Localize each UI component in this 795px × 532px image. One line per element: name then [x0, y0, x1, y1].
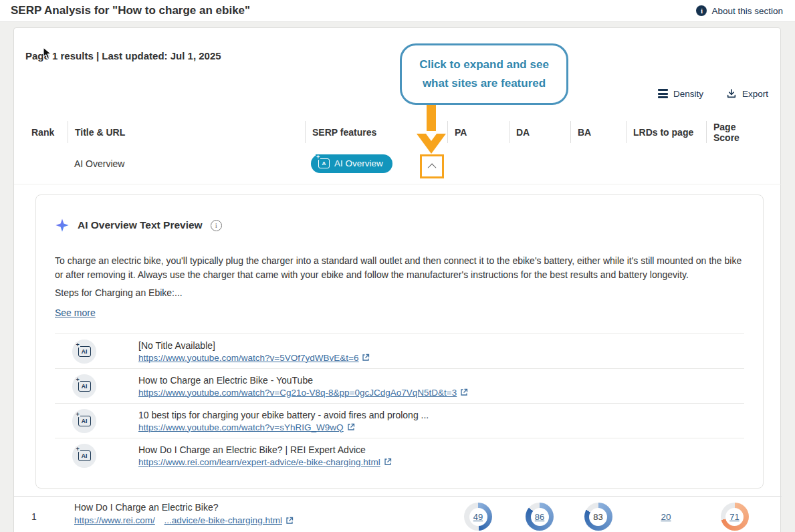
ai-overview-paragraph: To charge an electric bike, you'll typic… [55, 254, 744, 282]
about-this-section-link[interactable]: i About this section [696, 5, 783, 16]
da-value: 86 [535, 512, 544, 522]
annotation-highlight-box [420, 154, 444, 178]
info-filled-icon: i [696, 5, 707, 16]
ai-source-icon: AI [72, 340, 96, 364]
external-link-icon [460, 388, 468, 396]
rank-value: 1 [31, 511, 37, 522]
col-header-page-score: Page Score [706, 121, 763, 143]
lrds-metric: 20 [626, 503, 706, 531]
table-toolbar: Density Export [658, 88, 768, 99]
external-link-icon [362, 354, 370, 362]
list-item: AI How to Charge an Electric Bike - YouT… [55, 368, 744, 403]
density-button[interactable]: Density [658, 89, 703, 99]
download-icon [726, 88, 737, 99]
site-url-link[interactable]: https://www.youtube.com/watch?v=Cg21o-V8… [138, 388, 468, 398]
ai-overview-badge[interactable]: A AI Overview [311, 154, 392, 173]
density-icon [658, 89, 668, 98]
col-header-pa: PA [447, 121, 509, 143]
external-link-icon [384, 458, 392, 466]
list-item: AI How Do I Charge an Electric Bike? | R… [55, 438, 744, 473]
site-title: [No Title Available] [138, 340, 370, 351]
site-title: How to Charge an Electric Bike - YouTube [138, 375, 468, 386]
col-header-rank: Rank [14, 121, 68, 143]
annotation-arrow-notch [424, 131, 439, 141]
site-url-link[interactable]: https://www.rei.com/learn/expert-advice/… [138, 457, 392, 467]
about-label: About this section [711, 6, 783, 16]
ai-overview-preview-panel: AI Overview Text Preview i To charge an … [35, 194, 764, 489]
ai-overview-row-title: AI Overview [74, 158, 124, 169]
page-title: SERP Analysis for "How to charge an ebik… [11, 4, 250, 17]
serp-analysis-card: Page 1 results | Last updated: Jul 1, 20… [13, 27, 781, 532]
mouse-cursor-icon [43, 47, 53, 60]
annotation-callout-bubble: Click to expand and see what sites are f… [400, 43, 568, 105]
result-title: How Do I Charge an Electric Bike? [74, 502, 294, 513]
export-label: Export [742, 89, 768, 99]
featured-sites-list: AI [No Title Available] https://www.yout… [55, 334, 744, 473]
ba-value: 83 [593, 512, 602, 522]
external-link-icon [347, 423, 355, 431]
col-header-lrds: LRDs to page [626, 121, 706, 143]
da-metric: 86 [509, 503, 570, 531]
table-row: 1 How Do I Charge an Electric Bike? http… [14, 496, 782, 532]
see-more-link[interactable]: See more [55, 307, 96, 318]
ai-badge-label: AI Overview [334, 158, 383, 168]
ai-overview-steps-line: Steps for Charging an Ebike:... [55, 287, 744, 298]
external-link-icon [286, 517, 294, 525]
table-header-row: Rank Title & URL SERP features PA DA BA … [14, 121, 782, 143]
ai-source-icon: AI [72, 409, 96, 433]
ba-donut-gauge: 83 [584, 503, 612, 531]
result-url-link[interactable]: https://www.rei.com/ ...advice/e-bike-ch… [74, 515, 294, 525]
lrds-value-link[interactable]: 20 [661, 512, 671, 522]
row-metrics: 49 86 83 20 71 [447, 503, 763, 531]
site-url-link[interactable]: https://www.youtube.com/watch?v=5VOf7ydW… [138, 353, 370, 363]
ai-overview-table-row: AI Overview A AI Overview [14, 143, 782, 184]
list-item: AI 10 best tips for charging your ebike … [55, 403, 744, 438]
col-header-ba: BA [570, 121, 626, 143]
callout-line2: what sites are featured [423, 74, 546, 93]
list-item: AI [No Title Available] https://www.yout… [55, 334, 744, 368]
callout-line1: Click to expand and see [419, 55, 549, 74]
preview-panel-header: AI Overview Text Preview i [55, 218, 744, 233]
site-url-link[interactable]: https://www.youtube.com/watch?v=sYhRIG_W… [138, 422, 429, 432]
col-header-da: DA [509, 121, 570, 143]
pa-value: 49 [473, 512, 483, 522]
page-score-value: 71 [729, 512, 739, 522]
page-score-metric: 71 [706, 503, 763, 531]
pa-donut-gauge: 49 [464, 503, 492, 531]
export-button[interactable]: Export [726, 88, 768, 99]
site-title: 10 best tips for charging your ebike bat… [138, 410, 429, 420]
results-meta-text: Page 1 results | Last updated: Jul 1, 20… [25, 50, 221, 61]
col-header-title-url: Title & URL [68, 121, 305, 143]
pa-metric: 49 [447, 503, 509, 531]
preview-panel-title: AI Overview Text Preview [78, 219, 203, 231]
density-label: Density [673, 89, 703, 99]
page-score-donut-gauge: 71 [721, 503, 749, 531]
ba-metric: 83 [570, 503, 626, 531]
ai-source-icon: AI [72, 444, 96, 468]
ai-frame-icon: A [318, 158, 330, 168]
top-header-bar: SERP Analysis for "How to charge an ebik… [0, 0, 795, 22]
info-outline-icon[interactable]: i [211, 220, 222, 231]
da-donut-gauge: 86 [526, 503, 554, 531]
sparkle-icon [55, 218, 70, 233]
site-title: How Do I Charge an Electric Bike? | REI … [138, 444, 392, 455]
ai-source-icon: AI [72, 374, 96, 398]
